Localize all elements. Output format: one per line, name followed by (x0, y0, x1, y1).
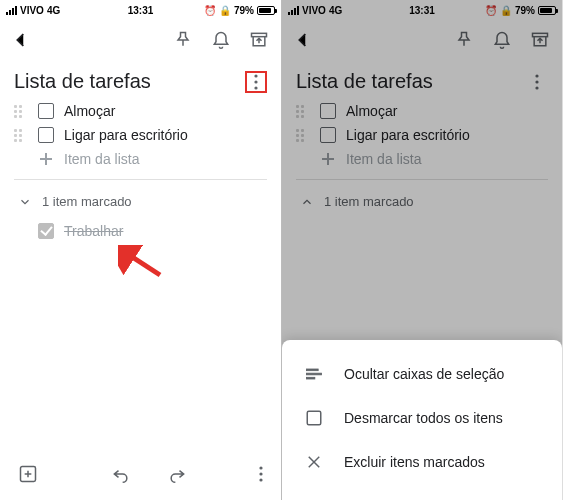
list-item[interactable]: Almoçar (12, 99, 273, 123)
carrier-label: VIVO (302, 5, 326, 16)
pin-button[interactable] (173, 30, 193, 54)
svg-rect-11 (533, 33, 548, 36)
item-text: Ligar para escritório (346, 127, 470, 143)
note-title: Lista de tarefas (296, 70, 433, 93)
svg-point-14 (535, 86, 538, 89)
svg-rect-18 (307, 411, 321, 425)
battery-pct: 79% (234, 5, 254, 16)
checkbox[interactable] (38, 127, 54, 143)
drag-handle-icon[interactable] (14, 105, 28, 118)
annotation-arrow (118, 245, 164, 285)
network-label: 4G (329, 5, 342, 16)
option-label: Ocultar caixas de seleção (344, 366, 504, 382)
drag-handle-icon (296, 129, 310, 142)
close-icon (304, 452, 324, 472)
svg-point-1 (254, 74, 257, 77)
option-label: Desmarcar todos os itens (344, 410, 503, 426)
checklist: Almoçar Ligar para escritório Item da li… (282, 99, 562, 171)
undo-button[interactable] (111, 464, 131, 488)
uncheck-all-option[interactable]: Desmarcar todos os itens (282, 396, 562, 440)
reminder-button[interactable] (211, 30, 231, 54)
battery-icon (257, 6, 275, 15)
clock: 13:31 (409, 5, 435, 16)
checked-section-toggle: 1 item marcado (282, 188, 562, 219)
hide-checkboxes-option[interactable]: Ocultar caixas de seleção (282, 352, 562, 396)
alarm-icon: ⏰ (485, 5, 497, 16)
list-item[interactable]: Ligar para escritório (12, 123, 273, 147)
list-icon (304, 364, 324, 384)
item-text[interactable]: Trabalhar (64, 223, 123, 239)
drag-handle-icon (296, 153, 310, 166)
svg-rect-16 (307, 373, 322, 375)
list-item-checked[interactable]: Trabalhar (12, 219, 273, 243)
svg-point-13 (535, 80, 538, 83)
svg-rect-15 (307, 369, 319, 371)
checklist: Almoçar Ligar para escritório Item da li… (0, 99, 281, 171)
svg-point-3 (254, 86, 257, 89)
checked-section-toggle[interactable]: 1 item marcado (0, 188, 281, 219)
add-item-placeholder: Item da lista (346, 151, 421, 167)
chevron-down-icon (18, 195, 32, 209)
app-header (282, 20, 562, 62)
divider (296, 179, 548, 180)
redo-button[interactable] (167, 464, 187, 488)
delete-checked-option[interactable]: Excluir itens marcados (282, 440, 562, 484)
action-sheet: Ocultar caixas de seleção Desmarcar todo… (282, 340, 562, 500)
svg-rect-17 (307, 377, 315, 379)
note-title[interactable]: Lista de tarefas (14, 70, 151, 93)
add-button[interactable] (18, 464, 38, 488)
list-item: Ligar para escritório (294, 123, 554, 147)
battery-icon (538, 6, 556, 15)
drag-handle-icon (296, 105, 310, 118)
archive-button[interactable] (530, 30, 550, 54)
reminder-button[interactable] (492, 30, 512, 54)
more-menu-button[interactable] (245, 71, 267, 93)
svg-line-4 (126, 253, 160, 275)
checkbox-checked[interactable] (38, 223, 54, 239)
archive-button[interactable] (249, 30, 269, 54)
carrier-label: VIVO (20, 5, 44, 16)
status-bar: VIVO 4G 13:31 ⏰ 🔒 79% (0, 0, 281, 20)
item-text: Almoçar (346, 103, 397, 119)
clock: 13:31 (128, 5, 154, 16)
option-label: Excluir itens marcados (344, 454, 485, 470)
drag-handle-icon (14, 225, 28, 238)
checked-section-label: 1 item marcado (324, 194, 414, 209)
more-menu-button[interactable] (526, 71, 548, 93)
checkbox[interactable] (38, 103, 54, 119)
svg-point-10 (259, 478, 262, 481)
add-item-row: Item da lista (294, 147, 554, 171)
battery-pct: 79% (515, 5, 535, 16)
phone-left: VIVO 4G 13:31 ⏰ 🔒 79% Lista de tare (0, 0, 281, 500)
network-label: 4G (47, 5, 60, 16)
pin-button[interactable] (454, 30, 474, 54)
phone-right: VIVO 4G 13:31 ⏰ 🔒 79% Lista de tare (281, 0, 562, 500)
alarm-icon: ⏰ (204, 5, 216, 16)
svg-point-12 (535, 74, 538, 77)
drag-handle-icon[interactable] (14, 129, 28, 142)
drag-handle-icon (14, 153, 28, 166)
status-bar: VIVO 4G 13:31 ⏰ 🔒 79% (282, 0, 562, 20)
signal-icon (288, 6, 299, 15)
plus-icon (38, 151, 54, 167)
back-button[interactable] (12, 31, 30, 53)
item-text[interactable]: Almoçar (64, 103, 115, 119)
lock-icon: 🔒 (500, 5, 512, 16)
divider (14, 179, 267, 180)
add-item-row[interactable]: Item da lista (12, 147, 273, 171)
checkbox (320, 103, 336, 119)
item-text[interactable]: Ligar para escritório (64, 127, 188, 143)
svg-rect-0 (252, 33, 267, 36)
chevron-up-icon (300, 195, 314, 209)
svg-point-8 (259, 466, 262, 469)
svg-point-9 (259, 472, 262, 475)
app-header (0, 20, 281, 62)
plus-icon (320, 151, 336, 167)
bottom-toolbar (0, 454, 281, 500)
signal-icon (6, 6, 17, 15)
back-button[interactable] (294, 31, 312, 53)
checked-section-label: 1 item marcado (42, 194, 132, 209)
lock-icon: 🔒 (219, 5, 231, 16)
svg-point-2 (254, 80, 257, 83)
overflow-button[interactable] (259, 466, 263, 486)
